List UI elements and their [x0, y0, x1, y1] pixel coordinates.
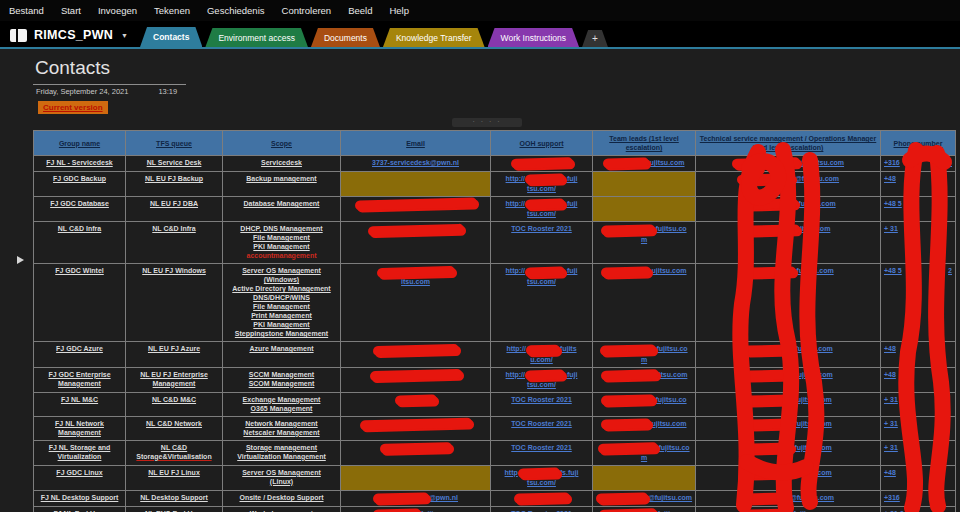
- ooh-link-fragment[interactable]: .fuji: [565, 267, 577, 274]
- ooh-link-fragment[interactable]: http://: [506, 371, 525, 378]
- column-header-tfs-queue[interactable]: TFS queue: [126, 131, 223, 156]
- column-header-team-leads-1st-level-escalation[interactable]: Team leads (1st level escalation): [593, 131, 696, 156]
- table-header: Group nameTFS queueScopeEmailOOH support…: [34, 131, 956, 156]
- ooh-link-fragment[interactable]: .fuji: [565, 175, 577, 182]
- column-header-technical-service-management-operations-manager-2nd-level-escalation[interactable]: Technical service management / Operation…: [696, 131, 881, 156]
- ooh-link[interactable]: TOC Rooster 2021: [511, 420, 572, 427]
- tech-link-fragment[interactable]: fujitsu.com: [796, 267, 833, 274]
- cell-ooh-support: TOC Rooster 2021: [491, 392, 593, 416]
- column-header-group-name[interactable]: Group name: [34, 131, 126, 156]
- tab-environment-access[interactable]: Environment access: [205, 28, 308, 47]
- tech-link-fragment[interactable]: fujitsu.com: [798, 200, 835, 207]
- tab-work-instructions[interactable]: Work Instructions: [488, 28, 580, 47]
- tab-documents[interactable]: Documents: [311, 28, 380, 47]
- ooh-link-fragment[interactable]: tsu.com/: [527, 278, 556, 285]
- table-drag-handle[interactable]: [452, 118, 522, 127]
- page-title[interactable]: Contacts: [35, 57, 110, 79]
- team-leads-link-fragment[interactable]: ujitsu.com: [651, 267, 686, 274]
- email-link-fragment[interactable]: @pwn.nl: [429, 494, 458, 501]
- menu-item-geschiedenis[interactable]: Geschiedenis: [207, 5, 265, 16]
- phone-link-fragment[interactable]: + 31: [884, 443, 898, 452]
- redaction-scribble: [525, 174, 565, 185]
- team-leads-link-fragment[interactable]: fujitsu.co: [656, 345, 687, 352]
- menu-item-bestand[interactable]: Bestand: [9, 5, 44, 16]
- menu-item-start[interactable]: Start: [61, 5, 81, 16]
- menu-item-controleren[interactable]: Controleren: [282, 5, 332, 16]
- paragraph-collapse-arrow[interactable]: [17, 256, 24, 264]
- ooh-link-fragment[interactable]: http://: [506, 267, 525, 274]
- tech-link-fragment[interactable]: fujitsu.com: [794, 420, 831, 427]
- menu-item-help[interactable]: Help: [389, 5, 409, 16]
- ooh-link-fragment[interactable]: tsu.com/: [527, 479, 556, 486]
- phone-link-fragment[interactable]: +48: [884, 344, 896, 353]
- tech-link-fragment[interactable]: fujitsu.com: [794, 396, 831, 403]
- tech-link-fragment[interactable]: jitsu.com: [800, 225, 831, 232]
- column-header-scope[interactable]: Scope: [223, 131, 341, 156]
- notebook-name[interactable]: RIMCS_PWN: [34, 28, 113, 42]
- cell-tech-service-mgmt: @fujitsu.com: [696, 491, 881, 507]
- phone-link-fragment[interactable]: +316: [884, 493, 900, 502]
- ooh-link-fragment[interactable]: .fuji: [565, 200, 577, 207]
- tech-link-fragment[interactable]: fujitsu.com: [794, 444, 831, 451]
- menu-item-invoegen[interactable]: Invoegen: [98, 5, 137, 16]
- phone-link-fragment[interactable]: +48: [884, 174, 896, 183]
- cell-ooh-support: httpfs.fujitsu.com/: [491, 465, 593, 490]
- column-header-email[interactable]: Email: [341, 131, 491, 156]
- cell-scope: Exchange ManagementO365 Management: [223, 392, 341, 416]
- new-section-tab[interactable]: +: [582, 30, 608, 47]
- phone-link-fragment[interactable]: + 31: [884, 224, 898, 233]
- phone-link-fragment[interactable]: + 31: [884, 395, 898, 404]
- tech-link-fragment[interactable]: @fujitsu.com: [800, 159, 844, 166]
- ooh-link-fragment[interactable]: http: [505, 469, 518, 476]
- ooh-link-fragment[interactable]: http://: [506, 200, 525, 207]
- tech-link-fragment[interactable]: @fujitsu.com: [790, 494, 834, 501]
- team-leads-link-fragment[interactable]: m: [641, 454, 647, 461]
- tech-link-fragment[interactable]: fujitsu.com: [795, 345, 832, 352]
- column-header-ooh-support[interactable]: OOH support: [491, 131, 593, 156]
- tech-link-fragment[interactable]: @fujitsu.com: [795, 175, 839, 182]
- table-row: NL C&D InfraNL C&D InfraDHCP, DNS Manage…: [34, 222, 956, 264]
- ooh-link[interactable]: TOC Rooster 2021: [511, 444, 572, 451]
- team-leads-link-fragment[interactable]: ujitsu.com: [649, 159, 684, 166]
- ooh-link-fragment[interactable]: tsu.com/: [527, 381, 556, 388]
- column-header-phone-number[interactable]: Phone number: [881, 131, 956, 156]
- ooh-link-fragment[interactable]: u.com/: [530, 356, 553, 363]
- tech-link-fragment[interactable]: fujitsu.com: [794, 469, 831, 476]
- tab-knowledge-transfer[interactable]: Knowledge Transfer: [383, 28, 485, 47]
- chevron-down-icon[interactable]: ▼: [121, 32, 128, 39]
- phone-link-fragment[interactable]: +316: [884, 158, 900, 167]
- team-leads-link-fragment[interactable]: fujitsu.co: [655, 225, 686, 232]
- phone-link-fragment[interactable]: +48: [884, 468, 896, 477]
- phone-link-fragment[interactable]: 2: [948, 266, 952, 275]
- ooh-link[interactable]: TOC Rooster 2021: [511, 396, 572, 403]
- ooh-link-fragment[interactable]: tsu.com/: [527, 210, 556, 217]
- team-leads-link-fragment[interactable]: ujitsu.com: [651, 420, 686, 427]
- phone-link-fragment[interactable]: +48 5: [884, 199, 902, 208]
- phone-link-fragment[interactable]: +48: [884, 370, 896, 379]
- cell-text-line: NL Service Desk: [128, 158, 220, 167]
- ooh-link-fragment[interactable]: tsu.com/: [527, 185, 556, 192]
- menu-item-tekenen[interactable]: Tekenen: [154, 5, 190, 16]
- cell-scope: DHCP, DNS ManagementFile ManagementPKI M…: [223, 222, 341, 264]
- team-leads-link-fragment[interactable]: itsu.com: [659, 371, 688, 378]
- team-leads-link-fragment[interactable]: fujitsu.co: [658, 444, 689, 451]
- tab-contacts[interactable]: Contacts: [140, 27, 202, 47]
- menu-item-beeld[interactable]: Beeld: [348, 5, 372, 16]
- team-leads-link-fragment[interactable]: m: [641, 236, 647, 243]
- team-leads-link-fragment[interactable]: m: [641, 356, 647, 363]
- team-leads-link-fragment[interactable]: @fujitsu.com: [648, 494, 692, 501]
- phone-link-fragment[interactable]: +48 5: [884, 266, 902, 275]
- tech-link-fragment[interactable]: fujitsu.com: [795, 371, 832, 378]
- notebook-selector[interactable]: RIMCS_PWN ▼: [0, 28, 140, 47]
- team-leads-link-fragment[interactable]: fujitsu.co: [655, 396, 686, 403]
- phone-link-fragment[interactable]: + 31: [884, 419, 898, 428]
- ooh-link-fragment[interactable]: fujits: [560, 345, 577, 352]
- ooh-link-fragment[interactable]: fs.fuji: [560, 469, 579, 476]
- ooh-link[interactable]: TOC Rooster 2021: [511, 225, 572, 232]
- ooh-link-fragment[interactable]: .fuji: [565, 371, 577, 378]
- email-link-fragment[interactable]: itsu.com: [401, 278, 430, 285]
- ooh-link-fragment[interactable]: http://: [506, 175, 525, 182]
- phone-link-fragment[interactable]: 7055: [936, 158, 952, 167]
- email-link[interactable]: 3737-servicedesk@pwn.nl: [372, 159, 459, 166]
- ooh-link-fragment[interactable]: http://: [506, 345, 525, 352]
